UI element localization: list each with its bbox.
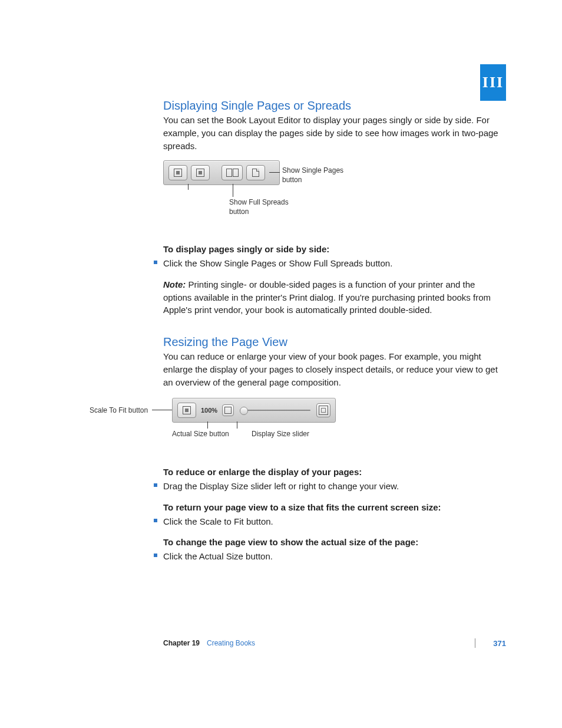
large-size-button[interactable] <box>316 403 330 417</box>
procedure-lead: To return your page view to a size that … <box>163 501 499 514</box>
page-footer: Chapter 19 Creating Books 371 <box>163 638 506 648</box>
page-document-button[interactable] <box>246 165 265 180</box>
show-full-spreads-button[interactable] <box>222 165 243 180</box>
leader-line <box>233 184 233 197</box>
note-label: Note: <box>163 279 186 289</box>
procedure-lead: To display pages singly or side by side: <box>163 243 499 256</box>
bullet-text: Click the Scale to Fit button. <box>163 515 273 528</box>
callout-full-spreads: Show Full Spreadsbutton <box>229 198 289 216</box>
bullet-text: Click the Show Single Pages or Show Full… <box>163 257 392 270</box>
figure-toolbar-pages: Show Single Pagesbutton Show Full Spread… <box>163 160 499 202</box>
spread-icon <box>226 169 239 177</box>
callout-actual-size: Actual Size button <box>172 430 229 439</box>
footer-left: Chapter 19 Creating Books <box>163 639 255 647</box>
bullet-item: Drag the Display Size slider left or rig… <box>154 480 499 493</box>
leader-line <box>269 172 280 173</box>
bullet-item: Click the Scale to Fit button. <box>154 515 499 528</box>
leader-line <box>188 184 189 190</box>
chapter-title: Creating Books <box>207 639 255 647</box>
bullet-icon <box>154 261 157 264</box>
content-column: Displaying Single Pages or Spreads You c… <box>163 99 499 571</box>
footer-separator <box>475 638 487 648</box>
paragraph: You can set the Book Layout Editor to di… <box>163 114 499 152</box>
note-body: Printing single- or double-sided pages i… <box>163 279 491 315</box>
document-page: III Displaying Single Pages or Spreads Y… <box>0 0 562 728</box>
chapter-label: Chapter 19 <box>163 639 200 647</box>
figure-toolbar-size: Scale To Fit button 100% Actual Size but… <box>90 398 419 430</box>
leader-line <box>207 421 208 429</box>
bullet-text: Drag the Display Size slider left or rig… <box>163 480 399 493</box>
note-paragraph: Note: Printing single- or double-sided p… <box>163 278 499 317</box>
bullet-item: Click the Show Single Pages or Show Full… <box>154 257 499 270</box>
bullet-icon <box>154 554 157 557</box>
callout-display-size-slider: Display Size slider <box>252 430 309 439</box>
show-single-pages-button[interactable] <box>168 165 187 180</box>
section-heading-resizing: Resizing the Page View <box>163 335 499 349</box>
part-number: III <box>482 74 504 91</box>
callout-scale-to-fit: Scale To Fit button <box>90 406 148 416</box>
callout-single-pages: Show Single Pagesbutton <box>282 166 343 185</box>
zoom-percent: 100% <box>200 407 219 414</box>
toolbar-size: 100% <box>172 398 336 423</box>
bullet-item: Click the Actual Size button. <box>154 550 499 563</box>
procedure-lead: To reduce or enlarge the display of your… <box>163 466 499 479</box>
small-size-icon <box>224 407 232 414</box>
fit-icon <box>183 406 191 414</box>
scale-to-fit-button[interactable] <box>177 403 196 418</box>
paragraph: You can reduce or enlarge your view of y… <box>163 350 499 388</box>
slider-track <box>240 410 310 411</box>
display-size-slider[interactable] <box>237 407 313 414</box>
large-size-icon <box>319 406 328 415</box>
single-page-icon <box>174 169 182 177</box>
toolbar <box>163 160 280 185</box>
slider-knob[interactable] <box>240 407 248 415</box>
section-heading-single-pages: Displaying Single Pages or Spreads <box>163 99 499 113</box>
show-single-pages-alt-button[interactable] <box>191 165 210 180</box>
actual-size-button[interactable] <box>222 404 234 416</box>
leader-line <box>152 410 172 410</box>
footer-right: 371 <box>469 638 506 648</box>
single-page-icon <box>196 169 204 177</box>
bullet-icon <box>154 483 157 487</box>
leader-line <box>237 421 237 429</box>
bullet-icon <box>154 519 157 522</box>
page-number: 371 <box>493 639 506 648</box>
procedure-lead: To change the page view to show the actu… <box>163 536 499 549</box>
document-icon <box>252 169 259 177</box>
part-tab: III <box>480 64 506 101</box>
bullet-text: Click the Actual Size button. <box>163 550 273 563</box>
